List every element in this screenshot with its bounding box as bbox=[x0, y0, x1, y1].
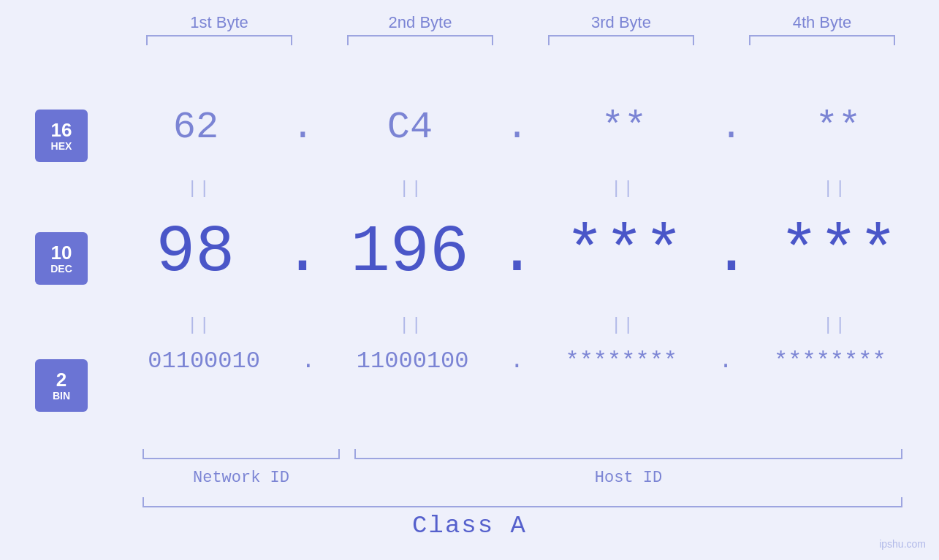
labels-row: Network ID Host ID bbox=[142, 469, 902, 487]
eq-2-4: || bbox=[762, 315, 908, 335]
eq-2-1: || bbox=[126, 315, 273, 335]
eq-row-1: || || || || bbox=[0, 179, 939, 199]
hex-dot-3: . bbox=[720, 106, 742, 149]
bracket-3 bbox=[548, 35, 694, 45]
dec-dot-1: . bbox=[283, 215, 322, 290]
hex-val-3: ** bbox=[558, 106, 690, 149]
class-bracket bbox=[142, 497, 902, 507]
dec-row: 98 . 196 . *** . *** bbox=[0, 215, 939, 290]
host-id-label: Host ID bbox=[354, 469, 902, 487]
bottom-bracket-row bbox=[142, 449, 902, 459]
bin-row: 01100010 . 11000100 . ******** . *******… bbox=[0, 348, 939, 375]
bracket-1 bbox=[146, 35, 292, 45]
hex-val-4: ** bbox=[772, 106, 904, 149]
bin-val-1: 01100010 bbox=[123, 348, 284, 375]
eq-1-3: || bbox=[550, 179, 696, 199]
watermark: ipshu.com bbox=[879, 538, 926, 550]
hex-val-1: 62 bbox=[130, 106, 262, 149]
eq-2-2: || bbox=[338, 315, 484, 335]
dec-dot-3: . bbox=[712, 215, 751, 290]
dec-val-1: 98 bbox=[122, 215, 268, 290]
byte-header-2: 2nd Byte bbox=[340, 13, 501, 32]
hex-row-content: 62 . C4 . ** . ** bbox=[115, 106, 919, 149]
eq-2-3: || bbox=[550, 315, 696, 335]
network-id-bracket bbox=[142, 449, 340, 459]
bracket-4 bbox=[749, 35, 895, 45]
eq-1-2: || bbox=[338, 179, 484, 199]
byte-headers-row: 1st Byte 2nd Byte 3rd Byte 4th Byte bbox=[119, 13, 923, 32]
eq-row-2: || || || || bbox=[0, 315, 939, 335]
eq-row-1-content: || || || || bbox=[115, 179, 919, 199]
hex-val-2: C4 bbox=[344, 106, 476, 149]
dec-dot-2: . bbox=[497, 215, 536, 290]
byte-header-3: 3rd Byte bbox=[541, 13, 702, 32]
top-bracket-row bbox=[119, 35, 923, 45]
eq-1-1: || bbox=[126, 179, 273, 199]
dec-val-4: *** bbox=[766, 215, 912, 290]
class-label: Class A bbox=[0, 512, 939, 540]
bin-val-3: ******** bbox=[541, 348, 702, 375]
hex-dot-2: . bbox=[506, 106, 528, 149]
dec-row-content: 98 . 196 . *** . *** bbox=[115, 215, 919, 290]
bin-val-2: 11000100 bbox=[332, 348, 493, 375]
dec-val-2: 196 bbox=[337, 215, 483, 290]
host-id-bracket bbox=[354, 449, 902, 459]
network-id-label: Network ID bbox=[142, 469, 340, 487]
bin-badge-label: BIN bbox=[53, 391, 70, 402]
hex-row: 62 . C4 . ** . ** bbox=[0, 106, 939, 149]
byte-header-4: 4th Byte bbox=[742, 13, 902, 32]
bracket-2 bbox=[347, 35, 493, 45]
bin-dot-1: . bbox=[301, 348, 315, 375]
hex-dot-1: . bbox=[292, 106, 314, 149]
eq-row-2-content: || || || || bbox=[115, 315, 919, 335]
bin-val-4: ******** bbox=[750, 348, 911, 375]
bin-dot-3: . bbox=[718, 348, 732, 375]
dec-val-3: *** bbox=[551, 215, 697, 290]
byte-header-1: 1st Byte bbox=[139, 13, 300, 32]
main-container: 1st Byte 2nd Byte 3rd Byte 4th Byte 16 H… bbox=[0, 0, 939, 560]
bin-row-content: 01100010 . 11000100 . ******** . *******… bbox=[115, 348, 919, 375]
eq-1-4: || bbox=[762, 179, 908, 199]
bin-dot-2: . bbox=[510, 348, 524, 375]
